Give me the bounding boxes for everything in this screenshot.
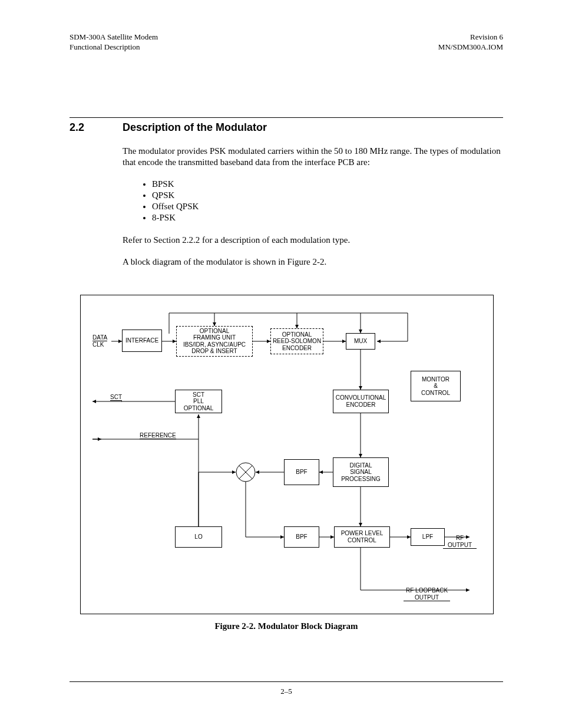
conv-encoder-block: CONVOLUTIONAL ENCODER — [333, 390, 389, 413]
figure-caption: Figure 2-2. Modulator Block Diagram — [80, 621, 492, 631]
rf-loopback-label: RF LOOPBACK OUTPUT — [404, 581, 450, 602]
framing-block: OPTIONAL FRAMING UNIT IBS/IDR, ASYNC/AUP… — [176, 326, 253, 357]
mux-block: MUX — [346, 333, 375, 350]
lpf-block: LPF — [411, 528, 445, 546]
modulation-list: BPSK QPSK Offset QPSK 8-PSK — [146, 179, 503, 223]
section-heading: 2.2 Description of the Modulator — [70, 121, 503, 134]
header-left-line1: SDM-300A Satellite Modem — [70, 32, 158, 42]
paragraph-2: Refer to Section 2.2.2 for a description… — [123, 235, 503, 246]
list-item: BPSK — [152, 179, 503, 189]
header-left-line2: Functional Description — [70, 42, 158, 52]
top-rule — [70, 117, 503, 118]
list-item: Offset QPSK — [152, 202, 503, 212]
page-header: SDM-300A Satellite Modem Functional Desc… — [70, 32, 503, 52]
interface-block: INTERFACE — [122, 330, 162, 352]
page-number: 2–5 — [70, 687, 503, 696]
list-item: 8-PSK — [152, 213, 503, 223]
dsp-block: DIGITAL SIGNAL PROCESSING — [333, 457, 389, 487]
paragraph-1: The modulator provides PSK modulated car… — [123, 146, 503, 169]
monitor-control-block: MONITOR & CONTROL — [411, 371, 461, 401]
bpf2-block: BPF — [284, 526, 319, 548]
power-level-block: POWER LEVEL CONTROL — [334, 526, 390, 548]
paragraph-3: A block diagram of the modulator is show… — [123, 256, 503, 268]
block-diagram: DATA CLK INTERFACE OPTIONAL FRAMING UNIT… — [80, 295, 494, 614]
reference-label: REFERENCE — [140, 432, 176, 440]
section-number: 2.2 — [70, 121, 123, 134]
bpf-block: BPF — [284, 459, 319, 485]
reed-solomon-block: OPTIONAL REED-SOLOMON ENCODER — [270, 328, 323, 354]
rf-output-label: RF OUTPUT — [443, 528, 477, 549]
bottom-rule — [70, 681, 503, 682]
data-clk-label: DATA CLK — [92, 334, 107, 348]
list-item: QPSK — [152, 190, 503, 200]
header-right-line2: MN/SDM300A.IOM — [438, 42, 503, 52]
header-right-line1: Revision 6 — [438, 32, 503, 42]
sct-label: SCT — [110, 394, 122, 401]
sct-pll-block: SCT PLL OPTIONAL — [175, 390, 222, 413]
lo-block: LO — [175, 526, 222, 548]
section-title-text: Description of the Modulator — [123, 121, 267, 134]
